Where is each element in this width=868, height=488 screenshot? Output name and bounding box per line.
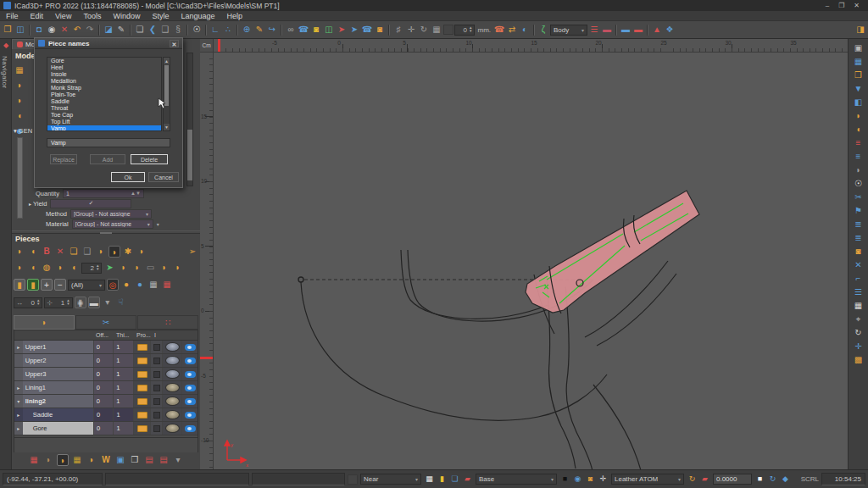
piece-fold-icon[interactable]: ◖ bbox=[68, 262, 80, 274]
filter-dropdown[interactable]: (All) ▾ bbox=[68, 280, 105, 291]
checkbox[interactable] bbox=[153, 358, 160, 364]
stepper-arrows[interactable]: ▲▼ bbox=[66, 299, 70, 306]
model-scrollbar[interactable] bbox=[186, 53, 193, 186]
sync-blue-icon[interactable]: ↻ bbox=[767, 474, 778, 485]
lock-yellow-icon[interactable]: ◙ bbox=[310, 24, 322, 36]
grid-multi-icon[interactable]: ▦ bbox=[71, 454, 83, 466]
brush-red-icon[interactable]: ▰ bbox=[699, 474, 710, 485]
align-icon[interactable]: ▬ bbox=[88, 297, 100, 308]
piece-tan-icon[interactable]: ◗ bbox=[42, 454, 54, 466]
rotate-icon[interactable]: ↻ bbox=[418, 24, 430, 36]
piece-gray-icon[interactable]: ◗ bbox=[853, 164, 865, 176]
checkbox[interactable] bbox=[153, 344, 160, 351]
columns-blue2-icon[interactable]: ≣ bbox=[853, 232, 865, 244]
offset-cell[interactable]: 0 bbox=[94, 341, 114, 353]
list-item[interactable]: Top Lift bbox=[47, 119, 161, 125]
process-cell[interactable] bbox=[134, 381, 152, 394]
copy-piece-icon[interactable]: ❏ bbox=[68, 246, 80, 258]
chart-icon[interactable]: ▦ bbox=[853, 56, 865, 68]
separator[interactable] bbox=[29, 25, 31, 36]
delete-button[interactable]: Delete bbox=[131, 154, 168, 164]
bulb-icon[interactable]: ☉ bbox=[853, 178, 865, 190]
piece-orange2-icon[interactable]: ◖ bbox=[853, 124, 865, 136]
section-lines-icon[interactable]: § bbox=[172, 24, 184, 36]
navigator-icon[interactable]: ◆ bbox=[2, 42, 10, 50]
ok-button[interactable]: Ok bbox=[111, 172, 145, 182]
points-line-icon[interactable]: ∴ bbox=[222, 24, 234, 36]
pencil-icon[interactable]: ✎ bbox=[253, 24, 265, 36]
material-cell[interactable] bbox=[163, 381, 182, 394]
material-cell[interactable] bbox=[163, 422, 182, 435]
stripes-red-icon[interactable]: ☰ bbox=[588, 24, 600, 36]
layers-icon[interactable]: ❏ bbox=[449, 474, 460, 485]
replace-button[interactable]: Replace bbox=[50, 154, 77, 164]
arrow-tool-icon[interactable]: ➤ bbox=[348, 24, 360, 36]
stack-blue-icon[interactable]: ≡ bbox=[853, 151, 865, 163]
bold-icon[interactable]: B bbox=[41, 246, 53, 258]
palette-icon[interactable]: ❖ bbox=[664, 24, 676, 36]
collapse-all-button[interactable]: − bbox=[54, 279, 66, 291]
list-item[interactable]: Plain-Toe bbox=[47, 92, 161, 98]
last-green-icon[interactable]: ζ bbox=[537, 24, 549, 36]
process-cell[interactable] bbox=[134, 354, 152, 367]
process-cell[interactable] bbox=[134, 422, 152, 435]
tab-colors[interactable]: ∷ bbox=[137, 315, 198, 330]
measure-icon[interactable]: ☎ bbox=[298, 24, 309, 36]
expander-icon[interactable]: ▸ bbox=[14, 408, 23, 421]
piece-name[interactable]: Lining1 bbox=[23, 381, 94, 394]
dash-red-icon[interactable]: ▬ bbox=[632, 24, 644, 36]
i-cell[interactable] bbox=[151, 395, 163, 408]
pin-icon[interactable]: ➤ bbox=[336, 24, 348, 36]
thickness-cell[interactable]: 1 bbox=[114, 368, 134, 380]
swatch-green-icon[interactable]: ▮ bbox=[27, 279, 39, 291]
visibility-eye-icon[interactable] bbox=[185, 425, 196, 432]
clipboard-icon[interactable]: ❒ bbox=[129, 454, 141, 466]
thickness-cell[interactable]: 1 bbox=[114, 408, 134, 421]
lock-icon[interactable]: ◙ bbox=[853, 246, 865, 258]
process-cell[interactable] bbox=[134, 368, 152, 380]
visibility-cell[interactable] bbox=[182, 395, 198, 408]
material-cell[interactable] bbox=[163, 395, 182, 408]
i-cell[interactable] bbox=[151, 381, 163, 394]
table-row[interactable]: ▸ Saddle 0 1 bbox=[14, 408, 198, 422]
process-cell[interactable] bbox=[134, 395, 152, 408]
piece-name-input[interactable]: Vamp bbox=[47, 138, 170, 147]
cubes-icon[interactable]: ◧ bbox=[853, 97, 865, 108]
thickness-cell[interactable]: 1 bbox=[114, 354, 134, 367]
menu-item[interactable]: View bbox=[49, 12, 77, 20]
process-cell[interactable] bbox=[134, 408, 152, 421]
swatch-black-icon[interactable]: ■ bbox=[559, 474, 570, 485]
columns-blue-icon[interactable]: ≣ bbox=[853, 219, 865, 230]
list-item[interactable]: Toe Cap bbox=[47, 112, 161, 119]
handles-icon[interactable]: ◫ bbox=[323, 24, 335, 36]
grid-del-icon[interactable]: ▦ bbox=[161, 279, 173, 291]
layer-dropdown[interactable]: Base ▾ bbox=[476, 474, 557, 485]
flip-piece-icon[interactable]: ◗ bbox=[95, 246, 107, 258]
checkbox[interactable] bbox=[153, 385, 160, 391]
tools-icon[interactable]: ✛ bbox=[598, 474, 609, 485]
material-cell[interactable] bbox=[163, 408, 182, 421]
add-button[interactable]: Add bbox=[90, 154, 125, 164]
tab-person[interactable]: ✂ bbox=[75, 315, 136, 330]
value-field[interactable]: 0.0000 bbox=[713, 474, 752, 485]
table-row[interactable]: Upper2 0 1 bbox=[14, 354, 198, 368]
thickness-cell[interactable]: 1 bbox=[114, 341, 134, 353]
i-cell[interactable] bbox=[151, 368, 163, 380]
column-process[interactable]: Pro... bbox=[136, 332, 154, 338]
light-dropdown-icon[interactable]: ☉ bbox=[191, 24, 203, 36]
i-cell[interactable] bbox=[151, 354, 163, 367]
swap-icon[interactable]: ⇄ bbox=[506, 24, 518, 36]
phone-orange-icon[interactable]: ☎ bbox=[493, 24, 505, 36]
table-icon[interactable]: ▦ bbox=[853, 300, 865, 312]
w-icon[interactable]: W bbox=[100, 454, 112, 466]
menu-item[interactable]: Language bbox=[175, 12, 220, 20]
separator[interactable] bbox=[647, 25, 648, 36]
checkbox[interactable] bbox=[153, 425, 160, 432]
hatch-icon[interactable]: ▩ bbox=[853, 354, 865, 366]
move-icon[interactable]: ✛ bbox=[405, 24, 417, 36]
separator[interactable] bbox=[186, 25, 188, 36]
visibility-eye-icon[interactable] bbox=[185, 412, 196, 419]
expander-icon[interactable]: ▾ bbox=[14, 395, 23, 408]
design-canvas[interactable]: Cm -505101520253035 151050-5-10 bbox=[200, 39, 848, 469]
tree-node-general[interactable]: ▾ GEN bbox=[14, 127, 32, 135]
